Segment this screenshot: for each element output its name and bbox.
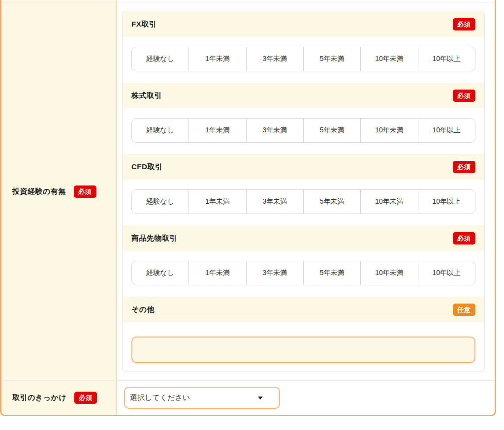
experience-option-group: 経験なし1年未満3年未満5年未満10年未満10年以上: [131, 189, 475, 214]
experience-option-button[interactable]: 10年未満: [360, 119, 417, 142]
experience-section: CFD取引 必須 経験なし1年未満3年未満5年未満10年未満10年以上: [123, 154, 484, 225]
experience-section-title: CFD取引: [131, 162, 162, 172]
experience-option-button[interactable]: 10年未満: [360, 47, 417, 71]
experience-option-button[interactable]: 経験なし: [132, 261, 189, 285]
experience-section: 株式取引 必須 経験なし1年未満3年未満5年未満10年未満10年以上: [123, 83, 484, 154]
experience-option-button[interactable]: 10年以上: [418, 190, 475, 214]
trading-trigger-row: 取引のきっかけ 必須 選択してください: [1, 380, 495, 415]
experience-section-body: 経験なし1年未満3年未満5年未満10年未満10年以上: [123, 37, 484, 83]
experience-option-button[interactable]: 3年未満: [246, 47, 303, 71]
experience-section-header: CFD取引 必須: [123, 154, 484, 180]
experience-option-button[interactable]: 5年未満: [303, 47, 360, 71]
experience-option-button[interactable]: 5年未満: [303, 261, 360, 285]
experience-section: FX取引 必須 経験なし1年未満3年未満5年未満10年未満10年以上: [123, 11, 484, 83]
experience-option-button[interactable]: 5年未満: [303, 190, 360, 214]
caret-down-icon: [258, 397, 263, 399]
experience-option-button[interactable]: 5年未満: [303, 119, 360, 142]
experience-option-button[interactable]: 1年未満: [189, 261, 246, 285]
experience-section-body: 経験なし1年未満3年未満5年未満10年未満10年以上: [123, 180, 484, 225]
previous-row-remnant: [1, 0, 495, 2]
experience-option-button[interactable]: 1年未満: [189, 47, 246, 71]
experience-section-header: FX取引 必須: [123, 11, 484, 37]
experience-section-header: 株式取引 必須: [123, 83, 484, 108]
required-badge: 必須: [453, 161, 475, 173]
experience-section-title: 商品先物取引: [131, 234, 177, 243]
experience-option-button[interactable]: 3年未満: [246, 190, 303, 214]
experience-section-body: [123, 322, 484, 371]
row-content-cell: 選択してください: [117, 381, 495, 415]
experience-option-button[interactable]: 経験なし: [132, 190, 189, 214]
experience-section-title: その他: [131, 305, 155, 314]
experience-option-button[interactable]: 3年未満: [246, 261, 303, 285]
experience-option-button[interactable]: 10年以上: [418, 261, 475, 285]
previous-row-label-cell: [1, 0, 116, 2]
required-badge: 必須: [74, 185, 96, 198]
row-label-cell: 投資経験の有無 必須: [1, 2, 116, 380]
row-label-investment-experience: 投資経験の有無: [12, 187, 66, 196]
row-label-cell: 取引のきっかけ 必須: [1, 381, 116, 415]
select-placeholder-text: 選択してください: [130, 393, 190, 402]
trading-trigger-select[interactable]: 選択してください: [124, 387, 280, 409]
experience-option-group: 経験なし1年未満3年未満5年未満10年未満10年以上: [131, 47, 475, 71]
experience-sections-card: FX取引 必須 経験なし1年未満3年未満5年未満10年未満10年以上 株式取引 …: [122, 11, 485, 372]
experience-option-group: 経験なし1年未満3年未満5年未満10年未満10年以上: [131, 118, 475, 143]
investment-experience-row: 投資経験の有無 必須 FX取引 必須 経験なし1年未満3年未満5年未満10年未満…: [1, 2, 495, 380]
row-content-cell: FX取引 必須 経験なし1年未満3年未満5年未満10年未満10年以上 株式取引 …: [117, 2, 495, 380]
experience-section-body: 経験なし1年未満3年未満5年未満10年未満10年以上: [123, 251, 484, 297]
experience-section-header: その他 任意: [123, 297, 484, 322]
experience-section-title: FX取引: [131, 20, 157, 29]
experience-section-header: 商品先物取引 必須: [123, 225, 484, 251]
experience-option-button[interactable]: 10年以上: [418, 119, 475, 142]
required-badge: 必須: [453, 232, 475, 245]
experience-option-button[interactable]: 経験なし: [132, 119, 189, 142]
form-table: 投資経験の有無 必須 FX取引 必須 経験なし1年未満3年未満5年未満10年未満…: [0, 0, 496, 416]
experience-option-button[interactable]: 経験なし: [132, 47, 189, 71]
experience-option-button[interactable]: 1年未満: [189, 190, 246, 214]
row-label-trading-trigger: 取引のきっかけ: [12, 393, 66, 402]
previous-row-content-cell: [117, 0, 495, 2]
experience-section-body: 経験なし1年未満3年未満5年未満10年未満10年以上: [123, 108, 484, 154]
experience-section-title: 株式取引: [131, 91, 162, 100]
required-badge: 必須: [74, 392, 97, 404]
experience-option-button[interactable]: 10年未満: [360, 261, 417, 285]
experience-section: 商品先物取引 必須 経験なし1年未満3年未満5年未満10年未満10年以上: [123, 225, 484, 297]
experience-option-group: 経験なし1年未満3年未満5年未満10年未満10年以上: [131, 261, 475, 285]
experience-option-button[interactable]: 10年未満: [360, 190, 417, 214]
experience-option-button[interactable]: 10年以上: [418, 47, 475, 71]
experience-option-button[interactable]: 1年未満: [189, 119, 246, 142]
required-badge: 必須: [453, 90, 475, 102]
other-experience-input[interactable]: [131, 337, 475, 363]
experience-section: その他 任意: [123, 297, 484, 371]
required-badge: 必須: [453, 18, 475, 31]
optional-badge: 任意: [453, 304, 475, 316]
experience-option-button[interactable]: 3年未満: [246, 119, 303, 142]
